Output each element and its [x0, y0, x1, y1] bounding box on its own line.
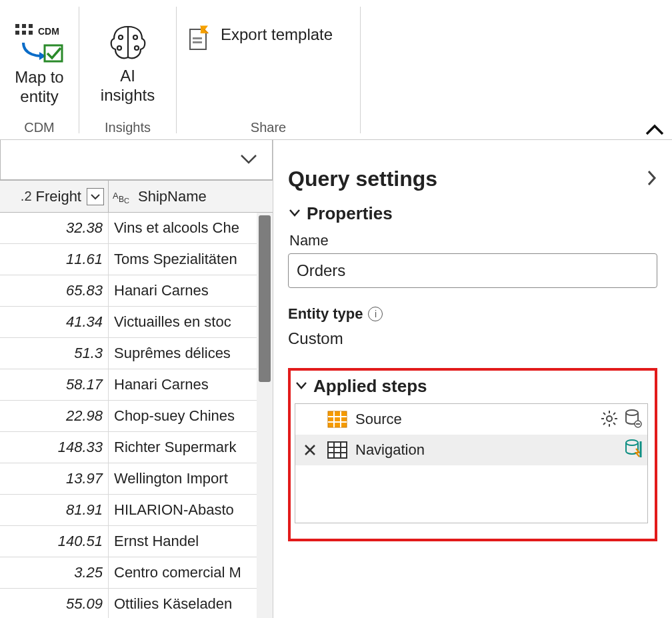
svg-line-30 [613, 423, 615, 425]
table-row[interactable]: 3.25Centro comercial M [0, 557, 273, 589]
svg-rect-3 [15, 31, 19, 35]
properties-section-title: Properties [307, 203, 393, 224]
ribbon-group-cdm: CDM Map to entity CDM [0, 0, 79, 139]
step-settings-gear-icon[interactable] [601, 410, 618, 429]
name-field-label: Name [289, 232, 657, 249]
table-row[interactable]: 58.17Hanari Carnes [0, 369, 273, 401]
svg-rect-4 [22, 31, 26, 35]
cell-shipname: Richter Supermark [109, 432, 273, 463]
cell-shipname: Ottilies Käseladen [109, 589, 273, 618]
cell-freight: 55.09 [0, 589, 109, 618]
query-settings-title: Query settings [288, 167, 437, 191]
table-row[interactable]: 13.97Wellington Import [0, 463, 273, 495]
entity-type-row: Entity type i [288, 305, 657, 323]
map-to-entity-icon: CDM [14, 23, 65, 64]
chevron-down-icon [295, 380, 308, 393]
ai-insights-button[interactable]: AI insights [94, 20, 161, 120]
entity-type-label: Entity type [288, 305, 363, 323]
table-row[interactable]: 81.91HILARION-Abasto [0, 495, 273, 526]
column-filter-dropdown[interactable] [87, 188, 104, 205]
chevron-down-icon [288, 207, 301, 220]
vertical-scrollbar[interactable] [257, 213, 273, 618]
table-row[interactable]: 11.61Toms Spezialitäten [0, 244, 273, 275]
step-datasource-icon[interactable] [625, 409, 642, 430]
export-template-icon [186, 25, 213, 52]
cell-freight: 22.98 [0, 401, 109, 431]
svg-rect-13 [193, 37, 202, 39]
svg-text:C: C [124, 197, 129, 205]
cell-freight: 32.38 [0, 213, 109, 243]
ribbon-group-cdm-caption: CDM [0, 120, 79, 139]
table-row[interactable]: 41.34Victuailles en stoc [0, 307, 273, 338]
step-native-query-icon[interactable] [625, 439, 642, 461]
cell-freight: 65.83 [0, 275, 109, 306]
svg-line-31 [613, 413, 615, 415]
scrollbar-thumb[interactable] [259, 215, 271, 382]
cell-shipname: Chop-suey Chines [109, 401, 273, 431]
applied-steps-section-header[interactable]: Applied steps [295, 376, 648, 397]
delete-step-button[interactable] [301, 443, 319, 457]
cell-shipname: Toms Spezialitäten [109, 244, 273, 275]
cell-shipname: Ernst Handel [109, 526, 273, 557]
table-row[interactable]: 65.83Hanari Carnes [0, 275, 273, 307]
ribbon-group-share: Export template Share [177, 0, 360, 139]
grid-header: .2 Freight A B C ShipName [0, 181, 273, 213]
table-row[interactable]: 22.98Chop-suey Chines [0, 401, 273, 432]
properties-section-header[interactable]: Properties [288, 203, 657, 224]
applied-step-navigation[interactable]: Navigation [295, 435, 647, 465]
panel-expand-caret-icon[interactable] [645, 169, 657, 189]
svg-line-29 [603, 413, 605, 415]
ribbon-group-insights-caption: Insights [79, 120, 176, 139]
entity-type-value: Custom [288, 329, 657, 348]
table-source-icon [326, 411, 349, 428]
export-template-label: Export template [221, 25, 333, 44]
cell-shipname: HILARION-Abasto [109, 495, 273, 525]
applied-step-source[interactable]: Source [295, 404, 647, 435]
svg-point-12 [135, 46, 139, 50]
table-icon [326, 441, 349, 459]
cell-freight: 11.61 [0, 244, 109, 275]
brain-icon [105, 23, 151, 63]
column-header-freight[interactable]: .2 Freight [0, 181, 109, 212]
svg-rect-14 [193, 41, 202, 43]
left-pane: .2 Freight A B C ShipName [0, 140, 273, 618]
cell-shipname: Hanari Carnes [109, 369, 273, 400]
applied-steps-list: Source [295, 403, 648, 523]
svg-rect-2 [29, 24, 33, 28]
applied-steps-section-title: Applied steps [313, 376, 427, 397]
query-settings-header: Query settings [288, 167, 657, 191]
cell-shipname: Hanari Carnes [109, 275, 273, 306]
cell-freight: 58.17 [0, 369, 109, 400]
cell-freight: 13.97 [0, 463, 109, 494]
table-row[interactable]: 32.38Vins et alcools Che [0, 213, 273, 244]
cell-shipname: Centro comercial M [109, 557, 273, 588]
table-row[interactable]: 148.33Richter Supermark [0, 432, 273, 463]
ribbon-separator [360, 7, 361, 133]
cell-freight: 81.91 [0, 495, 109, 525]
table-row[interactable]: 51.3Suprêmes délices [0, 338, 273, 369]
formula-bar[interactable] [0, 140, 273, 180]
cell-shipname: Suprêmes délices [109, 338, 273, 369]
cell-freight: 3.25 [0, 557, 109, 588]
table-row[interactable]: 55.09Ottilies Käseladen [0, 589, 273, 618]
svg-text:A: A [113, 191, 119, 201]
svg-line-32 [603, 423, 605, 425]
ribbon-collapse-caret[interactable] [645, 123, 664, 135]
map-to-entity-button[interactable]: CDM Map to entity [7, 20, 71, 120]
cell-freight: 140.51 [0, 526, 109, 557]
export-template-button[interactable]: Export template [177, 20, 342, 120]
ribbon: CDM Map to entity CDM [0, 0, 672, 140]
map-to-entity-label: Map to entity [15, 68, 63, 107]
cell-shipname: Victuailles en stoc [109, 307, 273, 337]
svg-rect-0 [15, 24, 19, 28]
table-row[interactable]: 140.51Ernst Handel [0, 526, 273, 557]
info-icon[interactable]: i [368, 307, 383, 321]
column-header-shipname[interactable]: A B C ShipName [109, 181, 273, 212]
applied-steps-highlight: Applied steps [288, 368, 657, 541]
query-name-input[interactable] [288, 253, 657, 288]
ribbon-group-insights: AI insights Insights [79, 0, 176, 139]
svg-text:CDM: CDM [38, 26, 59, 37]
main-area: .2 Freight A B C ShipName [0, 140, 672, 618]
formula-bar-caret-icon[interactable] [239, 152, 259, 167]
step-name: Navigation [355, 441, 618, 459]
